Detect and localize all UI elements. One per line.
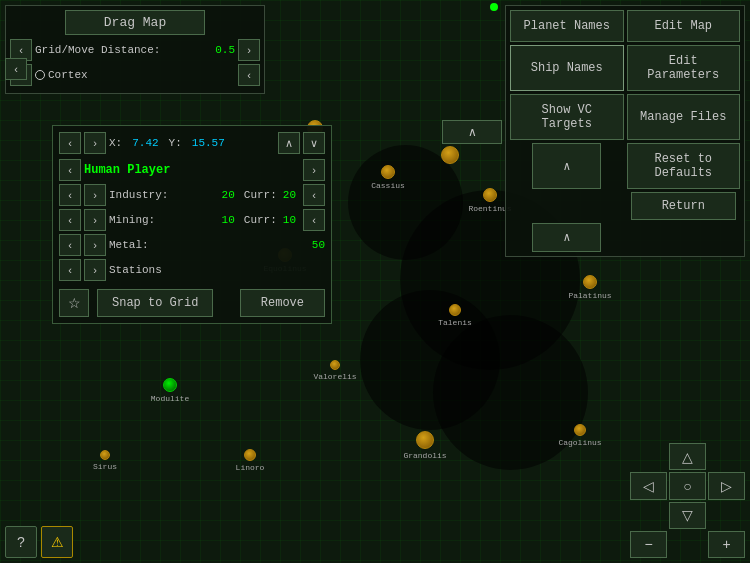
- grid-right-arrow[interactable]: ›: [238, 39, 260, 61]
- planet-9[interactable]: [574, 424, 586, 436]
- planet-label-10: Linoro: [236, 463, 265, 472]
- coord-up-btn[interactable]: ∧: [278, 132, 300, 154]
- warning-button[interactable]: ⚠: [41, 526, 73, 558]
- industry-value: 20: [222, 189, 235, 201]
- metal-value: 50: [312, 239, 325, 251]
- cortex-collapse[interactable]: ‹: [238, 64, 260, 86]
- nav-minus-button[interactable]: −: [630, 531, 667, 558]
- ship-names-button[interactable]: Ship Names: [510, 45, 624, 91]
- metal-left-btn[interactable]: ‹: [59, 234, 81, 256]
- grid-value: 0.5: [215, 44, 235, 56]
- industry-right-btn[interactable]: ›: [84, 184, 106, 206]
- x-label: X:: [109, 137, 122, 149]
- mining-label: Mining:: [109, 214, 219, 226]
- planet-label-12: Valorelis: [313, 372, 356, 381]
- planet-5[interactable]: [449, 304, 461, 316]
- metal-right-btn[interactable]: ›: [84, 234, 106, 256]
- edit-map-button[interactable]: Edit Map: [627, 10, 741, 42]
- planet-label-5: Talenis: [438, 318, 472, 327]
- left-nav-arrows: ‹: [5, 58, 27, 80]
- planet-7[interactable]: [163, 378, 177, 392]
- nav-up-button[interactable]: △: [669, 443, 706, 470]
- mining-curr-value: 10: [283, 214, 296, 226]
- metal-label: Metal:: [109, 239, 309, 251]
- mining-curr-left[interactable]: ‹: [303, 209, 325, 231]
- planet-label-1: Cassius: [371, 181, 405, 190]
- reset-defaults-button[interactable]: Reset to Defaults: [627, 143, 741, 189]
- mining-left-btn[interactable]: ‹: [59, 209, 81, 231]
- player-name: Human Player: [84, 163, 170, 177]
- planet-10[interactable]: [244, 449, 256, 461]
- status-indicator: [490, 3, 498, 11]
- planet-6[interactable]: [583, 275, 597, 289]
- bottom-left-panel: ? ⚠: [5, 526, 73, 558]
- drag-map-button[interactable]: Drag Map: [65, 10, 205, 35]
- mining-right-btn[interactable]: ›: [84, 209, 106, 231]
- nav-right-button[interactable]: ▷: [708, 472, 745, 499]
- stations-left-btn[interactable]: ‹: [59, 259, 81, 281]
- player-left-btn[interactable]: ‹: [59, 159, 81, 181]
- nav-grid: △ ◁ ○ ▷ ▽ − +: [630, 443, 745, 558]
- planet-label-8: Grandolis: [403, 451, 446, 460]
- remove-button[interactable]: Remove: [240, 289, 325, 317]
- nav-plus-button[interactable]: +: [708, 531, 745, 558]
- return-button[interactable]: Return: [631, 192, 736, 220]
- planet-label-11: Sirus: [93, 462, 117, 471]
- planet-8[interactable]: [416, 431, 434, 449]
- cortex-radio[interactable]: [35, 70, 45, 80]
- stations-right-btn[interactable]: ›: [84, 259, 106, 281]
- nav-left-button[interactable]: ◁: [630, 472, 667, 499]
- obj-right-btn[interactable]: ›: [84, 132, 106, 154]
- planet-2[interactable]: [441, 146, 459, 164]
- planet-1[interactable]: [381, 165, 395, 179]
- nav-center-button[interactable]: ○: [669, 472, 706, 499]
- industry-left-btn[interactable]: ‹: [59, 184, 81, 206]
- show-vc-targets-button[interactable]: Show VC Targets: [510, 94, 624, 140]
- planet-11[interactable]: [100, 450, 110, 460]
- planet-12[interactable]: [330, 360, 340, 370]
- manage-files-button[interactable]: Manage Files: [627, 94, 741, 140]
- y-value: 15.57: [192, 137, 225, 149]
- edit-parameters-button[interactable]: Edit Parameters: [627, 45, 741, 91]
- left-nav-up[interactable]: ‹: [5, 58, 27, 80]
- favorite-button[interactable]: ☆: [59, 289, 89, 317]
- planet-label-9: Cagolinus: [558, 438, 601, 447]
- stations-label: Stations: [109, 264, 325, 276]
- right-panel: Planet Names Edit Map Ship Names Edit Pa…: [505, 5, 745, 257]
- planet-label-7: Modulite: [151, 394, 189, 403]
- scroll-up-button[interactable]: ∧: [532, 143, 601, 189]
- nav-down-button[interactable]: ▽: [669, 502, 706, 529]
- nav-panel: △ ◁ ○ ▷ ▽ − +: [630, 443, 745, 558]
- cortex-label: Cortex: [48, 69, 235, 81]
- help-button[interactable]: ?: [5, 526, 37, 558]
- map-scroll-up-area: ∧: [442, 120, 502, 144]
- grid-label: Grid/Move Distance:: [35, 44, 212, 56]
- object-detail-panel: ‹ › X: 7.42 Y: 15.57 ∧ ∨ ‹ Human Player …: [52, 125, 332, 324]
- industry-label: Industry:: [109, 189, 219, 201]
- industry-curr-label: Curr:: [244, 189, 277, 201]
- industry-curr-left[interactable]: ‹: [303, 184, 325, 206]
- return-chevron-button[interactable]: ∧: [532, 223, 601, 252]
- coord-down-btn[interactable]: ∨: [303, 132, 325, 154]
- y-label: Y:: [169, 137, 182, 149]
- obj-coords: X: 7.42 Y: 15.57: [109, 137, 275, 149]
- planet-3[interactable]: [483, 188, 497, 202]
- industry-curr-value: 20: [283, 189, 296, 201]
- planet-label-6: Palatinus: [568, 291, 611, 300]
- snap-to-grid-button[interactable]: Snap to Grid: [97, 289, 213, 317]
- mining-value: 10: [222, 214, 235, 226]
- mining-curr-label: Curr:: [244, 214, 277, 226]
- top-left-panel: Drag Map ‹ Grid/Move Distance: 0.5 › ✕ C…: [5, 5, 265, 94]
- x-value: 7.42: [132, 137, 158, 149]
- player-right-btn[interactable]: ›: [303, 159, 325, 181]
- planet-names-button[interactable]: Planet Names: [510, 10, 624, 42]
- map-scroll-up-btn[interactable]: ∧: [442, 120, 502, 144]
- obj-left-btn[interactable]: ‹: [59, 132, 81, 154]
